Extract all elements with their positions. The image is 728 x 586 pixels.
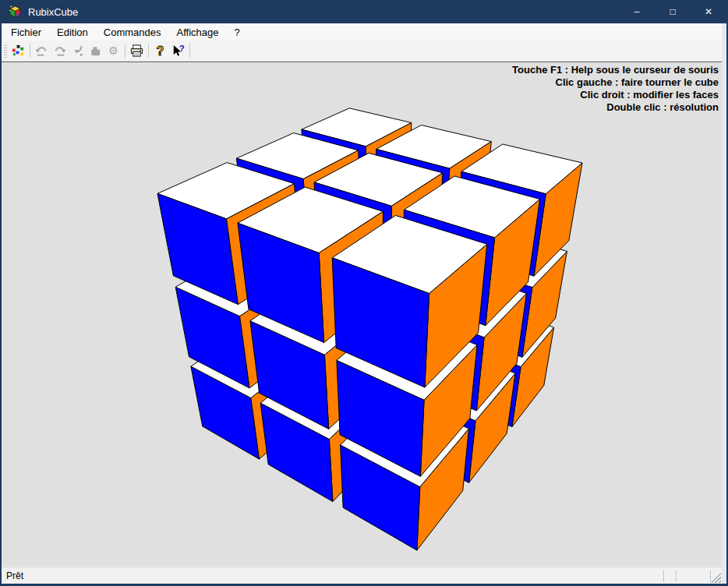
menu-item-affichage[interactable]: Affichage (168, 25, 226, 40)
context-help-button[interactable]: ? (169, 42, 187, 59)
window-frame: FichierEditionCommandesAffichage? ⚙?? To… (2, 23, 726, 584)
new-cube-button[interactable] (9, 42, 27, 59)
cube-viewport[interactable]: Touche F1 : Help sous le curseur de sour… (2, 62, 722, 567)
menu-item-edition[interactable]: Edition (49, 25, 96, 40)
toolbar-separator (189, 44, 190, 58)
window-title: RubixCube (28, 6, 78, 18)
status-pane-divider (676, 570, 677, 582)
svg-text:⚙: ⚙ (108, 44, 118, 57)
help-icon: ? (153, 44, 168, 58)
cube-colors-icon (11, 44, 26, 58)
toolbar-separator (30, 44, 30, 58)
app-icon (9, 5, 22, 19)
move-face-button (87, 42, 104, 59)
resize-grip[interactable] (711, 573, 721, 583)
undo-icon (34, 44, 49, 58)
redo-button (51, 42, 69, 59)
gear-icon: ⚙ (106, 44, 121, 58)
toolbar-grip[interactable] (4, 44, 7, 58)
toolbar-separator (148, 44, 149, 58)
minimize-button[interactable]: – (619, 0, 655, 23)
print-icon (129, 44, 144, 58)
status-pane-divider (663, 570, 664, 582)
status-text: Prêt (6, 570, 23, 581)
toolbar-separator (125, 44, 125, 58)
svg-text:?: ? (157, 44, 164, 58)
menu-item-commandes[interactable]: Commandes (96, 25, 169, 40)
menu-bar: FichierEditionCommandesAffichage? (2, 23, 722, 41)
menu-item-help[interactable]: ? (226, 25, 247, 40)
move-face-icon (88, 44, 103, 58)
settings-button: ⚙ (104, 42, 122, 59)
title-bar: RubixCube –□✕ (2, 0, 726, 23)
maximize-button[interactable]: □ (655, 0, 691, 23)
rotate-face-button (69, 42, 87, 59)
print-button[interactable] (128, 42, 146, 59)
window-controls: –□✕ (619, 0, 726, 23)
close-button[interactable]: ✕ (691, 0, 726, 23)
rubik-cube[interactable] (2, 62, 722, 567)
status-pane-divider (710, 570, 711, 582)
help-button[interactable]: ? (151, 42, 169, 59)
app-window: RubixCube –□✕ FichierEditionCommandesAff… (0, 0, 728, 586)
menu-item-fichier[interactable]: Fichier (3, 25, 49, 40)
context-help-icon: ? (171, 44, 186, 58)
rotate-face-icon (70, 44, 85, 58)
svg-text:?: ? (179, 44, 185, 53)
toolbar: ⚙?? (2, 41, 722, 62)
undo-button (33, 42, 51, 59)
redo-icon (52, 44, 67, 58)
status-bar: Prêt (2, 567, 722, 584)
